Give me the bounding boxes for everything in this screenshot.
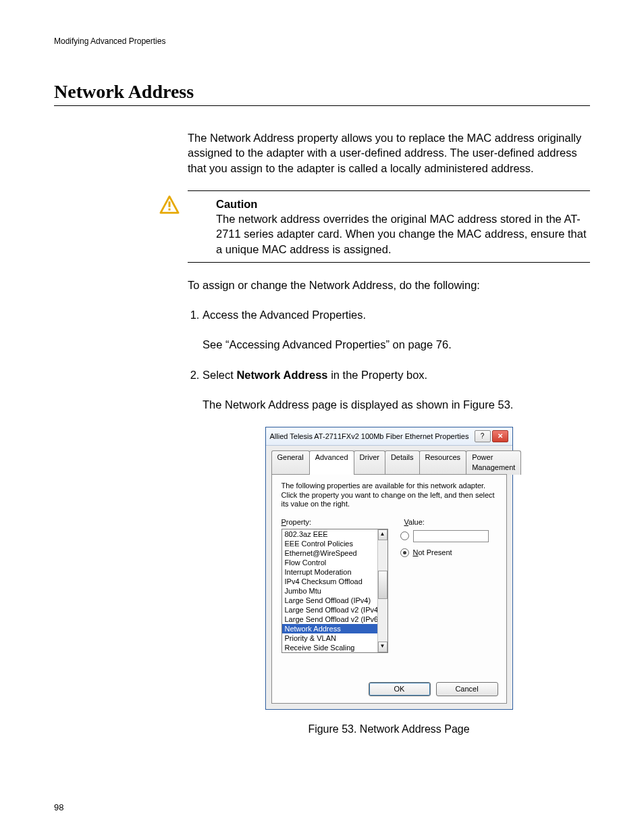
svg-rect-2 [169, 208, 171, 210]
list-item[interactable]: Priority & VLAN [282, 633, 378, 643]
intro-paragraph: The Network Address property allows you … [188, 130, 590, 176]
panel-description: The following properties are available f… [281, 481, 497, 509]
tab-strip: General Advanced Driver Details Resource… [271, 450, 507, 474]
cancel-button[interactable]: Cancel [436, 682, 498, 696]
step-1: Access the Advanced Properties. See “Acc… [203, 307, 590, 353]
running-header: Modifying Advanced Properties [54, 36, 590, 46]
help-button[interactable]: ? [475, 430, 491, 442]
dialog-titlebar: Allied Telesis AT-2711FXv2 100Mb Fiber E… [266, 427, 512, 446]
caution-text: The network address overrides the origin… [216, 213, 587, 255]
list-item[interactable]: Receive Side Scaling [282, 643, 378, 652]
list-item[interactable]: EEE Control Policies [282, 539, 378, 548]
scroll-down-button[interactable]: ▼ [378, 642, 387, 652]
list-item[interactable]: Large Send Offload v2 (IPv4) [282, 605, 378, 615]
list-item[interactable]: Large Send Offload v2 (IPv6) [282, 615, 378, 624]
procedure-lead: To assign or change the Network Address,… [188, 278, 590, 292]
warning-icon [159, 195, 180, 217]
tab-panel-advanced: The following properties are available f… [271, 474, 507, 704]
list-item[interactable]: 802.3az EEE [282, 529, 378, 539]
scroll-thumb[interactable] [378, 571, 387, 599]
close-button[interactable]: ✕ [492, 430, 508, 442]
list-item[interactable]: Ethernet@WireSpeed [282, 548, 378, 558]
listbox-scrollbar[interactable]: ▲ ▼ [377, 529, 387, 652]
step-1-sub: See “Accessing Advanced Properties” on p… [203, 337, 590, 352]
value-input[interactable] [413, 530, 489, 542]
tab-resources[interactable]: Resources [419, 450, 467, 475]
page-number: 98 [54, 802, 63, 812]
properties-dialog: Allied Telesis AT-2711FXv2 100Mb Fiber E… [265, 427, 513, 710]
tab-details[interactable]: Details [385, 450, 420, 475]
list-item[interactable]: Network Address [282, 624, 378, 633]
property-label: Property: [281, 517, 403, 527]
list-item[interactable]: IPv4 Checksum Offload [282, 577, 378, 586]
figure-caption: Figure 53. Network Address Page [188, 722, 590, 737]
list-item[interactable]: Flow Control [282, 558, 378, 567]
value-radio[interactable] [400, 531, 409, 540]
tab-power-management[interactable]: Power Management [466, 450, 521, 475]
list-item[interactable]: Interrupt Moderation [282, 567, 378, 577]
not-present-label: Not Present [413, 548, 452, 558]
step-2: Select Network Address in the Property b… [203, 367, 590, 413]
list-item[interactable]: Jumbo Mtu [282, 586, 378, 596]
scroll-up-button[interactable]: ▲ [378, 529, 387, 540]
tab-general[interactable]: General [271, 450, 310, 475]
step-2-sub: The Network Address page is displayed as… [203, 397, 590, 412]
caution-label: Caution [216, 198, 257, 210]
not-present-radio[interactable] [400, 548, 409, 557]
value-label: Value: [404, 517, 425, 527]
list-item[interactable]: Large Send Offload (IPv4) [282, 596, 378, 605]
ok-button[interactable]: OK [369, 682, 431, 696]
dialog-title: Allied Telesis AT-2711FXv2 100Mb Fiber E… [270, 432, 473, 442]
property-listbox[interactable]: 802.3az EEEEEE Control PoliciesEthernet@… [281, 529, 388, 653]
caution-box: Caution The network address overrides th… [188, 190, 590, 263]
section-title: Network Address [54, 81, 590, 106]
svg-rect-1 [169, 201, 171, 207]
tab-advanced[interactable]: Advanced [309, 450, 354, 475]
tab-driver[interactable]: Driver [354, 450, 385, 475]
